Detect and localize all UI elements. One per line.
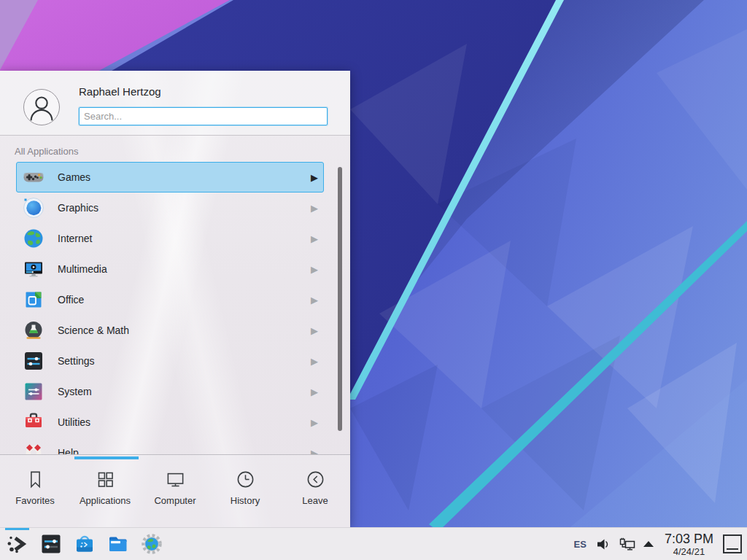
utilities-icon [23, 411, 44, 433]
volume-icon[interactable] [596, 537, 610, 551]
category-label: Multimedia [58, 263, 107, 275]
chevron-right-icon: ▶ [311, 173, 318, 182]
user-name: Raphael Hertzog [79, 85, 161, 98]
chevron-right-icon: ▶ [311, 265, 318, 274]
category-internet[interactable]: Internet ▶ [16, 223, 324, 254]
active-task-indicator [5, 528, 29, 530]
tab-leave[interactable]: Leave [280, 455, 350, 527]
chevron-right-icon: ▶ [311, 203, 318, 213]
category-label: System [58, 386, 92, 397]
discover-button[interactable] [74, 533, 96, 555]
tab-computer[interactable]: Computer [140, 455, 210, 527]
category-label: Games [58, 171, 90, 183]
discover-bag-icon [74, 533, 96, 555]
category-label: Graphics [58, 202, 98, 214]
tab-history[interactable]: History [210, 455, 280, 527]
section-label: All Applications [15, 146, 78, 157]
chevron-right-icon: ▶ [311, 357, 318, 366]
kickoff-icon [7, 533, 28, 555]
category-label: Utilities [58, 416, 90, 428]
settings-icon [23, 350, 44, 372]
system-settings-button[interactable] [40, 533, 62, 555]
chevron-right-icon: ▶ [311, 448, 318, 455]
internet-icon [23, 228, 44, 249]
category-help[interactable]: Help ▶ [16, 438, 324, 454]
network-icon[interactable] [619, 537, 635, 551]
system-icon [23, 381, 44, 402]
category-label: Science & Math [58, 324, 129, 336]
application-launcher-menu: Raphael Hertzog All Applications Games ▶… [0, 71, 350, 527]
user-avatar-icon[interactable] [23, 89, 60, 125]
launcher-header: Raphael Hertzog [0, 71, 350, 136]
launcher-footer-tabs: Favorites Applications Computer History [0, 454, 350, 527]
system-tray: ES 7:03 PM 4/24/21 [574, 532, 747, 556]
chevron-right-icon: ▶ [311, 295, 318, 305]
multimedia-icon [23, 258, 44, 280]
help-icon [23, 442, 44, 454]
category-science-math[interactable]: Science & Math ▶ [16, 315, 324, 346]
tab-label: Applications [80, 495, 131, 506]
chevron-right-icon: ▶ [311, 418, 318, 427]
science-icon [23, 319, 44, 341]
category-utilities[interactable]: Utilities ▶ [16, 407, 324, 438]
category-system[interactable]: System ▶ [16, 376, 324, 407]
desktop: Raphael Hertzog All Applications Games ▶… [0, 0, 747, 560]
search-input[interactable] [79, 107, 328, 125]
clock[interactable]: 7:03 PM 4/24/21 [665, 532, 713, 556]
category-multimedia[interactable]: Multimedia ▶ [16, 254, 324, 284]
office-icon [23, 289, 44, 311]
category-office[interactable]: Office ▶ [16, 284, 324, 315]
system-settings-icon [40, 533, 62, 555]
bookmark-icon [26, 470, 45, 489]
category-settings[interactable]: Settings ▶ [16, 346, 324, 376]
active-tab-indicator [74, 456, 139, 459]
app-grid-icon [96, 470, 115, 489]
taskbar: ES 7:03 PM 4/24/21 [0, 527, 747, 560]
leave-icon [306, 470, 325, 489]
file-manager-button[interactable] [107, 533, 129, 555]
chevron-right-icon: ▶ [311, 234, 318, 244]
tab-label: History [231, 495, 260, 506]
tab-label: Favorites [15, 495, 54, 506]
folder-icon [107, 533, 129, 555]
scrollbar[interactable] [338, 167, 342, 431]
category-label: Help [58, 447, 79, 454]
clock-time: 7:03 PM [665, 532, 713, 545]
category-games[interactable]: Games ▶ [16, 162, 324, 192]
graphics-icon [23, 197, 44, 219]
keyboard-layout-indicator[interactable]: ES [574, 539, 587, 550]
history-clock-icon [236, 470, 255, 489]
show-desktop-button[interactable] [723, 534, 742, 553]
tab-favorites[interactable]: Favorites [0, 455, 70, 527]
category-list: Games ▶ Graphics ▶ Internet ▶ [0, 162, 350, 454]
category-graphics[interactable]: Graphics ▶ [16, 192, 324, 223]
chevron-right-icon: ▶ [311, 326, 318, 335]
app-launcher-button[interactable] [7, 533, 28, 555]
category-label: Office [58, 294, 84, 306]
category-label: Internet [58, 233, 92, 244]
chevron-right-icon: ▶ [311, 387, 318, 397]
computer-icon [166, 470, 185, 489]
clock-date: 4/24/21 [665, 547, 713, 556]
games-icon [23, 166, 44, 188]
tray-expand-icon[interactable] [643, 541, 654, 547]
tab-label: Leave [302, 495, 328, 506]
taskbar-launchers [0, 533, 163, 555]
web-browser-button[interactable] [141, 533, 163, 555]
globe-gear-icon [141, 533, 163, 555]
category-label: Settings [58, 355, 95, 367]
tab-applications[interactable]: Applications [70, 455, 140, 527]
tab-label: Computer [154, 495, 196, 506]
